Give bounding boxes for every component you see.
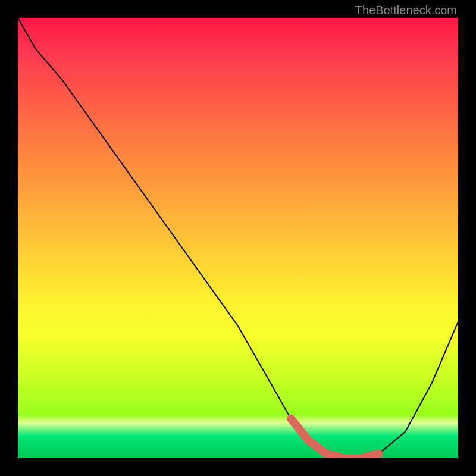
chart-area [18, 18, 458, 458]
watermark-text: TheBottleneck.com [355, 4, 457, 17]
gradient-background [18, 18, 458, 458]
